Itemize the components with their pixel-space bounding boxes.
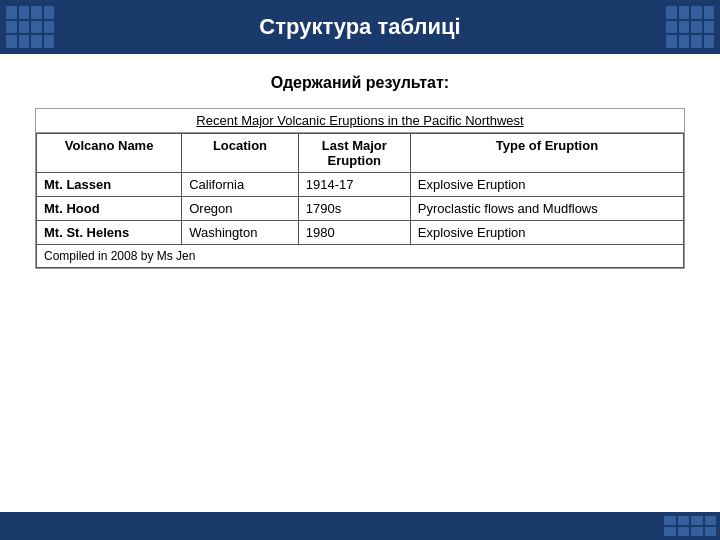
header-decor-left <box>0 0 60 54</box>
col-type: Type of Eruption <box>410 134 683 173</box>
cell-year-2: 1790s <box>298 197 410 221</box>
cell-year-1: 1914-17 <box>298 173 410 197</box>
table-caption: Recent Major Volcanic Eruptions in the P… <box>36 109 684 133</box>
eruptions-table: Volcano Name Location Last MajorEruption… <box>36 133 684 268</box>
cell-type-2: Pyroclastic flows and Mudflows <box>410 197 683 221</box>
footer-decor-right <box>660 512 720 540</box>
col-location: Location <box>182 134 299 173</box>
slide-body: Одержаний результат: Recent Major Volcan… <box>0 54 720 512</box>
table-header-row: Volcano Name Location Last MajorEruption… <box>37 134 684 173</box>
cell-volcano-1: Mt. Lassen <box>37 173 182 197</box>
table-footer-text: Compiled in 2008 by Ms Jen <box>37 245 684 268</box>
cell-volcano-3: Mt. St. Helens <box>37 221 182 245</box>
slide: Структура таблиці Одержаний результат: R… <box>0 0 720 540</box>
cell-type-3: Explosive Eruption <box>410 221 683 245</box>
cell-location-2: Oregon <box>182 197 299 221</box>
cell-type-1: Explosive Eruption <box>410 173 683 197</box>
subtitle: Одержаний результат: <box>271 74 449 92</box>
table-row: Mt. St. Helens Washington 1980 Explosive… <box>37 221 684 245</box>
cell-location-3: Washington <box>182 221 299 245</box>
col-volcano: Volcano Name <box>37 134 182 173</box>
cell-location-1: California <box>182 173 299 197</box>
col-last-eruption: Last MajorEruption <box>298 134 410 173</box>
slide-footer <box>0 512 720 540</box>
table-row: Mt. Lassen California 1914-17 Explosive … <box>37 173 684 197</box>
slide-title: Структура таблиці <box>259 14 460 39</box>
table-footer-row: Compiled in 2008 by Ms Jen <box>37 245 684 268</box>
table-container: Recent Major Volcanic Eruptions in the P… <box>35 108 685 269</box>
table-row: Mt. Hood Oregon 1790s Pyroclastic flows … <box>37 197 684 221</box>
slide-header: Структура таблиці <box>0 0 720 54</box>
cell-volcano-2: Mt. Hood <box>37 197 182 221</box>
header-decor-right <box>660 0 720 54</box>
cell-year-3: 1980 <box>298 221 410 245</box>
